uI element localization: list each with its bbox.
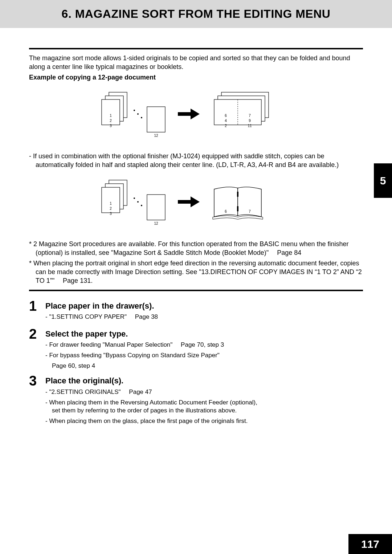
src-label: 12 <box>154 134 158 138</box>
svg-rect-21 <box>237 206 238 211</box>
page-number: 117 <box>348 534 392 554</box>
svg-marker-19 <box>178 196 200 207</box>
step-title: Place paper in the drawer(s). <box>45 298 261 311</box>
page-ref: Page 84 <box>277 249 301 256</box>
svg-point-4 <box>137 113 139 115</box>
svg-rect-18 <box>147 195 165 220</box>
step-number: 3 <box>29 373 45 428</box>
example-label: Example of copying a 12-page document <box>29 74 363 81</box>
out-label: 7 <box>249 209 251 213</box>
step-sub-cont: Page 60, step 4 <box>45 362 261 370</box>
src-label: 1 <box>110 114 112 118</box>
svg-rect-10 <box>214 99 261 125</box>
step-sub: - For drawer feeding "Manual Paper Selec… <box>45 341 261 349</box>
step-title: Select the paper type. <box>45 326 261 339</box>
step-body: Place paper in the drawer(s). - "1.SETTI… <box>45 298 261 323</box>
out-label: 11 <box>248 124 252 128</box>
out-label: 9 <box>249 119 251 123</box>
step-item: 2 Select the paper type. - For drawer fe… <box>29 326 261 370</box>
step-item: 3 Place the original(s). - "2.SETTING OR… <box>29 373 261 428</box>
page-title: 6. MAGAZINE SORT FROM THE EDITING MENU <box>15 7 377 21</box>
src-label: 3 <box>110 212 112 216</box>
page: 6. MAGAZINE SORT FROM THE EDITING MENU 5… <box>0 0 392 554</box>
svg-point-5 <box>141 117 142 118</box>
rule-mid <box>29 290 363 291</box>
step-title: Place the original(s). <box>45 373 261 386</box>
out-label: 2 <box>225 124 227 128</box>
out-label: 6 <box>225 114 227 118</box>
figure-saddle-booklet: 1 2 3 12 6 7 <box>29 176 363 231</box>
svg-point-3 <box>134 110 135 111</box>
step-sub: - "1.SETTING COPY PAPER" Page 38 <box>45 313 261 321</box>
svg-rect-20 <box>237 192 238 197</box>
finisher-note: - If used in combination with the option… <box>29 152 363 170</box>
out-label: 6 <box>225 209 227 213</box>
step-body: Select the paper type. - For drawer feed… <box>45 326 261 370</box>
src-label: 12 <box>154 221 158 225</box>
step-sub: - For bypass feeding "Bypass Copying on … <box>45 351 261 360</box>
step-sub: - When placing them in the Reversing Aut… <box>45 399 261 415</box>
svg-point-16 <box>137 201 139 203</box>
rule-top <box>29 48 363 49</box>
step-sub-text: - For bypass feeding "Bypass Copying on … <box>45 352 220 359</box>
steps-list: 1 Place paper in the drawer(s). - "1.SET… <box>29 298 363 428</box>
content-area: The magazine sort mode allows 1-sided or… <box>0 28 392 428</box>
svg-rect-6 <box>147 107 165 132</box>
figure-sorted-sheets: 1 2 3 12 6 7 <box>29 89 363 143</box>
svg-point-17 <box>141 205 142 206</box>
step-item: 1 Place paper in the drawer(s). - "1.SET… <box>29 298 261 323</box>
page-ref: Page 131. <box>63 277 93 284</box>
out-label: 4 <box>225 119 227 123</box>
svg-point-15 <box>134 197 135 199</box>
step-sub-text: - "2.SETTING ORIGINALS" <box>45 388 121 395</box>
step-sub-text: - For drawer feeding "Manual Paper Selec… <box>45 341 172 348</box>
note-line: * When placing the portrait original in … <box>29 259 363 285</box>
step-sub: - When placing them on the glass, place … <box>45 417 261 425</box>
page-ref: Page 47 <box>129 388 152 395</box>
out-label: 7 <box>249 114 251 118</box>
page-ref: Page 38 <box>135 313 158 320</box>
step-body: Place the original(s). - "2.SETTING ORIG… <box>45 373 261 428</box>
step-number: 1 <box>29 298 45 323</box>
step-sub-text: - "1.SETTING COPY PAPER" <box>45 313 127 320</box>
page-ref: Page 70, step 3 <box>181 341 224 348</box>
svg-marker-7 <box>178 109 200 119</box>
header-bar: 6. MAGAZINE SORT FROM THE EDITING MENU <box>0 0 392 28</box>
src-label: 2 <box>110 119 112 123</box>
intro-text: The magazine sort mode allows 1-sided or… <box>29 54 363 72</box>
src-label: 3 <box>110 124 112 128</box>
src-label: 2 <box>110 207 112 211</box>
chapter-tab: 5 <box>374 163 392 198</box>
note-line: * 2 Magazine Sort procedures are availab… <box>29 240 363 257</box>
step-sub: - "2.SETTING ORIGINALS" Page 47 <box>45 388 261 396</box>
step-number: 2 <box>29 326 45 370</box>
src-label: 1 <box>110 201 112 205</box>
